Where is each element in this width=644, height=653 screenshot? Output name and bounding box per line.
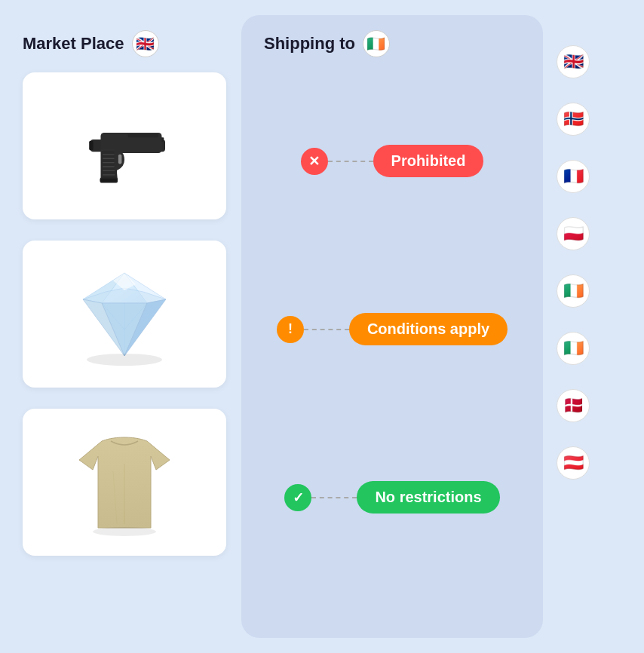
status-indicator-prohibited: ✕ Prohibited xyxy=(301,145,484,177)
product-card-diamond xyxy=(23,241,226,388)
marketplace-label: Market Place xyxy=(23,34,124,54)
no-restrictions-dot: ✓ xyxy=(284,484,311,511)
svg-point-30 xyxy=(93,527,156,536)
right-flag-ireland2-icon: 🇮🇪 xyxy=(563,339,584,358)
right-flag-norway[interactable]: 🇳🇴 xyxy=(557,103,590,136)
right-flag-denmark[interactable]: 🇩🇰 xyxy=(557,389,590,422)
middle-panel: Shipping to 🇮🇪 ✕ Prohibited ! Conditions xyxy=(241,15,543,638)
left-panel: Market Place 🇬🇧 xyxy=(0,15,241,638)
marketplace-header: Market Place 🇬🇧 xyxy=(23,30,226,57)
status-rows: ✕ Prohibited ! Conditions apply ✓ No xyxy=(264,87,520,571)
right-flag-denmark-icon: 🇩🇰 xyxy=(563,396,584,415)
right-flag-austria-icon: 🇦🇹 xyxy=(563,453,584,473)
marketplace-flag: 🇬🇧 xyxy=(132,30,159,57)
conditions-dashed-line xyxy=(304,329,349,330)
conditions-badge: Conditions apply xyxy=(349,313,508,345)
svg-rect-1 xyxy=(89,140,93,150)
no-restrictions-dashed-line xyxy=(311,497,357,498)
svg-point-27 xyxy=(87,354,162,366)
right-flag-uk-icon: 🇬🇧 xyxy=(563,52,584,72)
status-row-no-restrictions: ✓ No restrictions xyxy=(264,424,520,571)
product-card-tshirt xyxy=(23,409,226,556)
conditions-dot: ! xyxy=(277,316,304,343)
right-flag-austria[interactable]: 🇦🇹 xyxy=(557,446,590,480)
ireland-flag-icon: 🇮🇪 xyxy=(366,35,385,53)
right-flag-norway-icon: 🇳🇴 xyxy=(563,109,584,129)
prohibited-dot: ✕ xyxy=(301,148,328,175)
right-flag-poland-icon: 🇵🇱 xyxy=(563,224,584,244)
main-container: Market Place 🇬🇧 xyxy=(0,0,644,653)
shipping-label: Shipping to xyxy=(264,34,355,54)
status-row-conditions: ! Conditions apply xyxy=(264,256,520,403)
svg-rect-14 xyxy=(100,179,118,182)
prohibited-badge: Prohibited xyxy=(373,145,484,177)
right-flag-france-icon: 🇫🇷 xyxy=(563,167,584,186)
gun-image xyxy=(57,94,192,199)
uk-flag-icon: 🇬🇧 xyxy=(136,35,155,53)
diamond-image xyxy=(60,262,189,367)
product-card-gun xyxy=(23,72,226,219)
svg-rect-12 xyxy=(118,154,122,164)
right-panel: 🇬🇧 🇳🇴 🇫🇷 🇵🇱 🇮🇪 🇮🇪 🇩🇰 🇦🇹 xyxy=(543,15,603,638)
status-indicator-conditions: ! Conditions apply xyxy=(277,313,508,345)
right-flag-ireland2[interactable]: 🇮🇪 xyxy=(557,332,590,365)
tshirt-image xyxy=(64,426,185,539)
right-flag-ireland[interactable]: 🇮🇪 xyxy=(557,274,590,308)
no-restrictions-badge: No restrictions xyxy=(357,481,499,514)
right-flag-france[interactable]: 🇫🇷 xyxy=(557,160,590,193)
status-indicator-no-restrictions: ✓ No restrictions xyxy=(284,481,499,514)
right-flag-ireland-icon: 🇮🇪 xyxy=(563,281,584,301)
right-flag-uk[interactable]: 🇬🇧 xyxy=(557,45,590,78)
right-flag-poland[interactable]: 🇵🇱 xyxy=(557,217,590,250)
shipping-destination-flag: 🇮🇪 xyxy=(363,30,390,57)
svg-rect-4 xyxy=(128,133,159,137)
prohibited-dashed-line xyxy=(328,161,373,162)
status-row-prohibited: ✕ Prohibited xyxy=(264,87,520,235)
shipping-header: Shipping to 🇮🇪 xyxy=(264,30,520,57)
